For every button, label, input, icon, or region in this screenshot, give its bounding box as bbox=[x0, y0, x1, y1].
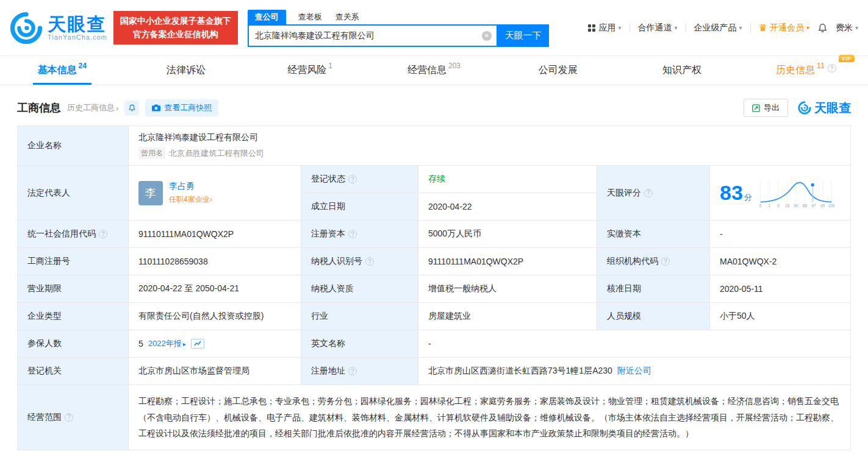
bell-icon bbox=[128, 104, 136, 112]
field-label: 注册资本 bbox=[311, 229, 345, 239]
nav-vip-upgrade[interactable]: ♛ 开通会员 ▾ bbox=[759, 23, 809, 34]
score-unit: 分 bbox=[744, 192, 752, 203]
search-tab-company[interactable]: 查公司 bbox=[248, 10, 286, 24]
tab-label: 历史信息 bbox=[776, 64, 815, 77]
chevron-down-icon: ▾ bbox=[619, 24, 622, 31]
company-name-value[interactable]: 北京隆祥鸿泰建设工程有限公司 bbox=[138, 132, 841, 143]
nav-user-menu[interactable]: 费米 ▾ bbox=[836, 23, 858, 34]
business-term-value: 2020-04-22 至 2050-04-21 bbox=[138, 283, 239, 293]
field-label: 组织机构代码 bbox=[607, 256, 658, 267]
svg-text:99: 99 bbox=[820, 204, 825, 208]
tab-legal-proceedings[interactable]: 法律诉讼 bbox=[124, 56, 248, 85]
svg-text:0: 0 bbox=[759, 204, 762, 208]
row-insured-count: 参保人数 5 2022年报▸ 英文名称 - bbox=[18, 330, 851, 358]
search-tab-boss[interactable]: 查老板 bbox=[297, 10, 323, 24]
score-value: 83 bbox=[720, 181, 743, 205]
view-snapshot-button[interactable]: 查看工商快照 bbox=[145, 99, 218, 116]
badge-line1: 国家中小企业发展子基金旗下 bbox=[120, 15, 231, 28]
row-company-name: 企业名称 北京隆祥鸿泰建设工程有限公司 曾用名 北京鼎胜建筑工程有限公司 bbox=[18, 126, 851, 166]
paid-capital-value: - bbox=[720, 229, 723, 239]
tianyancha-logo-icon bbox=[798, 101, 811, 115]
score-trend-chart: 0 1 3 15 50 85 97 99 100 bbox=[756, 177, 836, 210]
chevron-down-icon: ▾ bbox=[806, 24, 809, 31]
insured-trend-icon[interactable] bbox=[191, 339, 204, 349]
top-nav: 应用 ▾ 合作通道 ▾ 企业级产品 ▾ ♛ 开通会员 ▾ 费米 ▾ bbox=[588, 23, 859, 34]
nearby-companies-link[interactable]: 附近公司 bbox=[617, 366, 651, 375]
search-tab-relation[interactable]: 查关系 bbox=[334, 10, 360, 24]
annual-report-label: 2022年报 bbox=[148, 338, 182, 349]
search-button[interactable]: 天眼一下 bbox=[498, 24, 549, 47]
tianyancha-logo-icon bbox=[10, 12, 43, 44]
question-icon[interactable]: ? bbox=[828, 64, 836, 73]
tab-history-info[interactable]: 历史信息 11 ? VIP bbox=[744, 56, 868, 85]
industry-value: 房屋建筑业 bbox=[428, 311, 471, 321]
row-business-term: 营业期限 2020-04-22 至 2050-04-21 纳税人资质 增值税一般… bbox=[18, 275, 851, 303]
legal-rep-link[interactable]: 李占勇 bbox=[169, 181, 212, 192]
question-icon[interactable]: ? bbox=[348, 175, 357, 183]
row-business-scope: 经营范围? 工程勘察；工程设计；施工总承包；专业承包；劳务分包；园林绿化服务；园… bbox=[18, 385, 851, 450]
tab-intellectual-property[interactable]: 知识产权 bbox=[620, 56, 744, 85]
field-label: 企业名称 bbox=[27, 140, 62, 151]
clear-search-icon[interactable]: ✕ bbox=[482, 31, 492, 41]
nav-divider bbox=[750, 23, 751, 32]
history-business-info-link[interactable]: 历史工商信息 › bbox=[67, 102, 118, 113]
svg-text:100: 100 bbox=[828, 204, 835, 208]
svg-text:50: 50 bbox=[794, 204, 798, 208]
tab-count: 11 bbox=[817, 62, 824, 70]
nav-apps[interactable]: 应用 ▾ bbox=[588, 23, 622, 34]
tab-business-info[interactable]: 经营信息 203 bbox=[372, 56, 496, 85]
question-icon[interactable]: ? bbox=[348, 230, 357, 238]
former-name-value: 北京鼎胜建筑工程有限公司 bbox=[169, 148, 264, 159]
question-icon[interactable]: ? bbox=[661, 257, 670, 266]
tab-label: 知识产权 bbox=[662, 64, 701, 77]
tianyancha-logo[interactable]: 天眼查 TianYanCha.com bbox=[10, 12, 107, 44]
search-input[interactable] bbox=[249, 26, 497, 46]
field-label: 核准日期 bbox=[607, 283, 641, 294]
tab-count: 24 bbox=[78, 62, 86, 70]
tab-company-development[interactable]: 公司发展 bbox=[496, 56, 620, 85]
reg-number-value: 110111028659038 bbox=[138, 257, 208, 266]
question-icon[interactable]: ? bbox=[99, 230, 107, 238]
reg-capital-value: 5000万人民币 bbox=[428, 229, 481, 238]
tab-label: 法律诉讼 bbox=[167, 64, 206, 77]
company-type-value: 有限责任公司(自然人投资或控股) bbox=[138, 311, 264, 321]
trend-line-icon bbox=[194, 341, 201, 347]
field-label: 登记状态 bbox=[311, 174, 345, 185]
export-button-label: 导出 bbox=[764, 102, 780, 113]
legal-rep-avatar[interactable]: 李 bbox=[138, 181, 163, 205]
establish-date-value: 2020-04-22 bbox=[428, 202, 472, 211]
logo-title: 天眼查 bbox=[48, 15, 107, 34]
field-label: 行业 bbox=[311, 311, 328, 322]
tab-basic-info[interactable]: 基本信息 24 bbox=[0, 56, 124, 85]
field-label: 经营范围 bbox=[27, 412, 62, 423]
insured-count-value: 5 bbox=[138, 339, 143, 349]
legal-rep-jobs-link[interactable]: 任职4家企业› bbox=[169, 194, 212, 205]
tab-count: 1 bbox=[328, 62, 332, 70]
nav-vip-label: 开通会员 bbox=[770, 23, 804, 34]
nav-cooperation[interactable]: 合作通道 ▾ bbox=[638, 23, 678, 34]
history-link-label: 历史工商信息 bbox=[67, 102, 115, 113]
business-scope-value: 工程勘察；工程设计；施工总承包；专业承包；劳务分包；园林绿化服务；园林绿化工程；… bbox=[138, 393, 841, 442]
svg-text:85: 85 bbox=[803, 204, 808, 208]
nav-enterprise-products[interactable]: 企业级产品 ▾ bbox=[694, 23, 742, 34]
field-label: 统一社会信用代码 bbox=[27, 229, 96, 239]
field-label: 成立日期 bbox=[311, 201, 345, 212]
jobs-label: 任职4家企业 bbox=[169, 195, 210, 204]
section-header: 工商信息 历史工商信息 › 查看工商快照 导出 bbox=[17, 99, 851, 117]
top-header: 天眼查 TianYanCha.com 国家中小企业发展子基金旗下 官方备案企业征… bbox=[0, 0, 868, 56]
question-icon[interactable]: ? bbox=[365, 257, 374, 266]
business-info-table: 企业名称 北京隆祥鸿泰建设工程有限公司 曾用名 北京鼎胜建筑工程有限公司 法定代… bbox=[17, 126, 851, 450]
tianyancha-watermark: 天眼查 bbox=[798, 100, 851, 116]
export-button[interactable]: 导出 bbox=[744, 99, 788, 117]
field-label: 法定代表人 bbox=[27, 188, 70, 199]
question-icon[interactable]: ? bbox=[65, 413, 73, 422]
annual-report-link[interactable]: 2022年报▸ bbox=[148, 338, 186, 349]
chevron-down-icon: ▾ bbox=[675, 24, 678, 31]
row-credit-code: 统一社会信用代码? 91110111MA01QWQX2P 注册资本? 5000万… bbox=[18, 221, 851, 248]
notification-bell[interactable] bbox=[817, 23, 828, 34]
subscribe-bell-button[interactable] bbox=[124, 101, 139, 115]
question-icon[interactable]: ? bbox=[348, 367, 357, 375]
approval-date-value: 2020-05-11 bbox=[720, 284, 763, 294]
tab-operating-risk[interactable]: 经营风险 1 bbox=[248, 56, 372, 85]
question-icon[interactable]: ? bbox=[644, 189, 653, 197]
